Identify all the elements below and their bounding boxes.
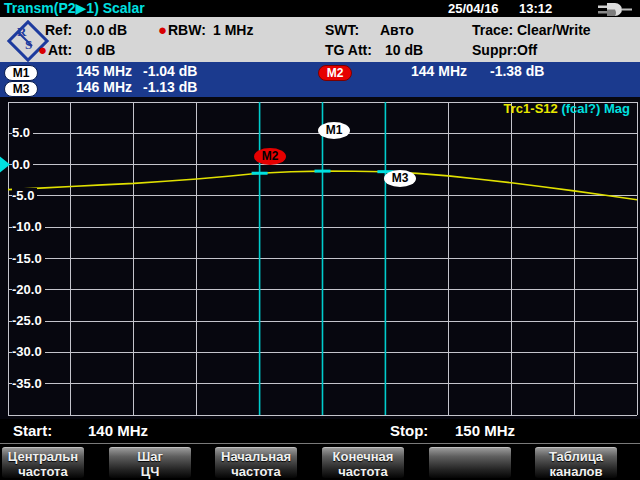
marker-level: -1.13 dB — [143, 79, 197, 95]
marker-flag-m3: M3 — [384, 170, 416, 187]
marker-badge-m2: M2 — [318, 65, 352, 81]
y-axis-tick-label: -30.0 — [12, 344, 45, 359]
marker-frequency: 146 MHz — [76, 79, 132, 95]
field-value: Off — [517, 42, 537, 58]
field-label: SWT: — [325, 22, 359, 38]
field-label: TG Att: — [325, 42, 372, 58]
field-label: RBW: — [168, 22, 206, 38]
softkey-button-1[interactable]: Центральнчастота — [2, 447, 84, 478]
marker-badge-m1: M1 — [4, 65, 38, 81]
softkey-button-3[interactable]: Начальнаячастота — [215, 447, 297, 478]
softkey-label-line1: Таблица — [535, 449, 617, 464]
stop-label: Stop: — [390, 422, 428, 439]
marker-trace-tick-m2 — [252, 172, 268, 175]
y-axis-tick-label: -20.0 — [12, 282, 45, 297]
measurement-title: Transm(P2▶1) Scalar — [4, 0, 145, 16]
rs-logo-letter-s: S — [25, 37, 32, 53]
manual-setting-bullet-icon: ● — [38, 41, 47, 58]
stop-frequency-value: 150 MHz — [455, 422, 515, 439]
analyzer-screen: Transm(P2▶1) Scalar 25/04/16 13:12 R S R… — [0, 0, 640, 480]
marker-level: -1.04 dB — [143, 63, 197, 79]
field-label: Trace: — [472, 22, 513, 38]
softkey-button-2[interactable]: ШагЦЧ — [109, 447, 191, 478]
softkey-bar: ЦентральнчастотаШагЦЧНачальнаячастотаКон… — [0, 443, 640, 480]
softkey-button-5[interactable] — [429, 447, 511, 478]
date-display: 25/04/16 — [448, 1, 499, 16]
marker-level: -1.38 dB — [490, 63, 544, 79]
field-value: 1 MHz — [213, 22, 253, 38]
y-axis-tick-label: 5.0 — [12, 125, 33, 140]
trace-plot-svg — [0, 97, 640, 419]
softkey-label-line1: Шаг — [109, 449, 191, 464]
start-frequency-value: 140 MHz — [88, 422, 148, 439]
trace-format: (fcal?) Mag — [558, 101, 630, 116]
manual-setting-bullet-icon: ● — [158, 21, 167, 38]
field-value: Авто — [380, 22, 414, 38]
marker-frequency: 145 MHz — [76, 63, 132, 79]
field-label: Suppr: — [472, 42, 517, 58]
softkey-button-4[interactable]: Конечнаячастота — [322, 447, 404, 478]
field-value: Clear/Write — [517, 22, 591, 38]
time-display: 13:12 — [519, 1, 552, 16]
y-axis-tick-label: 0.0 — [12, 157, 33, 172]
softkey-label-line2: каналов — [535, 464, 617, 479]
marker-trace-tick-m1 — [315, 170, 331, 173]
y-axis-tick-label: -10.0 — [12, 219, 45, 234]
y-axis-tick-label: -25.0 — [12, 313, 45, 328]
softkey-label-line1: Центральн — [2, 449, 84, 464]
softkey-label-line2: ЦЧ — [109, 464, 191, 479]
field-value: 10 dB — [385, 42, 423, 58]
field-value: 0.0 dB — [85, 22, 127, 38]
measurement-graph: 5.00.0-5.0-10.0-15.0-20.0-25.0-30.0-35.0… — [0, 97, 640, 419]
frequency-range-bar: Start: 140 MHz Stop: 150 MHz — [0, 419, 640, 443]
marker-flag-m1: M1 — [318, 122, 350, 139]
marker-readout-bar: M1145 MHz-1.04 dBM2144 MHz-1.38 dBM3146 … — [0, 62, 640, 97]
softkey-label-line1: Конечная — [322, 449, 404, 464]
y-axis-tick-label: -35.0 — [12, 376, 45, 391]
trace-label: Trc1-S12 (fcal?) Mag — [504, 101, 630, 116]
field-label: Att: — [48, 42, 72, 58]
field-label: Ref: — [45, 22, 72, 38]
softkey-button-6[interactable]: Таблицаканалов — [535, 447, 617, 478]
softkey-label-line2: частота — [2, 464, 84, 479]
settings-header: R S Ref:0.0 dB●RBW:1 MHzSWT:АвтоTrace:Cl… — [0, 17, 640, 62]
softkey-label-line2: частота — [322, 464, 404, 479]
softkey-label-line1: Начальная — [215, 449, 297, 464]
y-axis-tick-label: -5.0 — [12, 188, 37, 203]
marker-frequency: 144 MHz — [411, 63, 467, 79]
field-value: 0 dB — [85, 42, 115, 58]
y-axis-tick-label: -15.0 — [12, 251, 45, 266]
start-label: Start: — [13, 422, 52, 439]
marker-flag-m2: M2 — [254, 148, 286, 165]
trace-name: Trc1-S12 — [504, 101, 558, 116]
title-bar: Transm(P2▶1) Scalar 25/04/16 13:12 — [0, 0, 640, 17]
softkey-label-line2: частота — [215, 464, 297, 479]
marker-badge-m3: M3 — [4, 81, 38, 97]
